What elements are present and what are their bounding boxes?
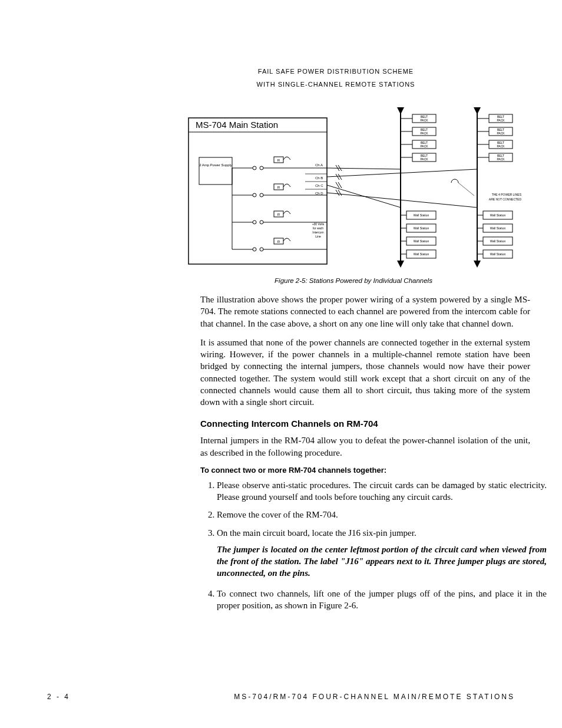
svg-text:PACK: PACK [420, 157, 428, 161]
paragraph: The illustration above shows the proper … [200, 294, 530, 330]
belt-pack-group: BELT PACK BELT PACK BELT PACK BELT PACK [401, 114, 513, 162]
svg-point-17 [253, 220, 256, 224]
svg-text:R: R [277, 240, 280, 243]
svg-point-23 [253, 248, 256, 251]
svg-point-12 [260, 193, 263, 197]
svg-text:PACK: PACK [497, 144, 505, 148]
footer: 2 - 4 MS-704/RM-704 FOUR-CHANNEL MAIN/RE… [47, 693, 515, 701]
procedure-subhead: To connect two or more RM-704 channels t… [200, 466, 530, 475]
header-line: FAIL SAFE POWER DISTRIBUTION SCHEME [183, 65, 489, 78]
figure: MS-704 Main Station 2 Amp Power Supply R… [183, 107, 524, 284]
svg-text:Wall Station: Wall Station [414, 226, 429, 230]
svg-line-109 [458, 183, 474, 196]
step-text: Remove the cover of the RM-704. [217, 510, 338, 519]
step-text: To connect two channels, lift one of the… [217, 589, 547, 610]
svg-text:R: R [277, 213, 280, 216]
svg-rect-0 [189, 118, 327, 264]
svg-text:Wall Station: Wall Station [414, 239, 429, 243]
svg-text:PACK: PACK [497, 157, 505, 161]
figure-caption: Figure 2-5: Stations Powered by Individu… [183, 277, 524, 284]
svg-text:for each: for each [313, 226, 323, 230]
svg-text:PACK: PACK [420, 131, 428, 135]
svg-text:Intercom: Intercom [312, 230, 323, 234]
list-item: Please observe anti-static procedures. T… [217, 479, 547, 503]
list-item: On the main circuit board, locate the J1… [217, 527, 547, 579]
diagram-svg: MS-704 Main Station 2 Amp Power Supply R… [183, 107, 524, 272]
svg-text:+30 Volts: +30 Volts [312, 222, 325, 226]
svg-text:PACK: PACK [497, 118, 505, 122]
svg-point-5 [253, 166, 256, 170]
svg-text:Wall Station: Wall Station [490, 213, 506, 217]
svg-text:PACK: PACK [420, 144, 428, 148]
step-text: On the main circuit board, locate the J1… [217, 528, 416, 538]
paragraph: It is assumed that none of the power cha… [200, 337, 530, 409]
step-note: The jumper is located on the center left… [217, 543, 547, 579]
list-item: Remove the cover of the RM-704. [217, 509, 547, 521]
svg-text:ARE NOT CONNECTED: ARE NOT CONNECTED [489, 197, 522, 201]
svg-text:Ch C: Ch C [315, 184, 323, 187]
svg-line-100 [327, 193, 477, 207]
svg-line-98 [327, 169, 477, 177]
footer-title: MS-704/RM-704 FOUR-CHANNEL MAIN/REMOTE S… [234, 693, 515, 701]
svg-text:Wall Station: Wall Station [490, 239, 506, 243]
svg-point-6 [260, 166, 263, 170]
svg-text:PACK: PACK [420, 118, 428, 122]
svg-text:R: R [277, 159, 280, 162]
page-number: 2 - 4 [47, 693, 70, 701]
svg-text:Wall Station: Wall Station [414, 252, 429, 256]
svg-text:Ch A: Ch A [315, 163, 323, 167]
list-item: To connect two channels, lift one of the… [217, 588, 547, 612]
svg-rect-2 [199, 157, 232, 185]
svg-text:THE 4 POWER LINES: THE 4 POWER LINES [492, 193, 522, 196]
section-intro: Internal jumpers in the RM-704 allow you… [200, 434, 530, 459]
svg-text:R: R [277, 186, 280, 189]
figure-header: FAIL SAFE POWER DISTRIBUTION SCHEME WITH… [183, 65, 489, 91]
page: FAIL SAFE POWER DISTRIBUTION SCHEME WITH… [0, 0, 562, 728]
svg-point-18 [260, 220, 263, 224]
svg-text:Wall Station: Wall Station [490, 252, 506, 256]
svg-point-24 [260, 248, 263, 251]
body-text: The illustration above shows the proper … [200, 294, 530, 408]
procedure-list: Please observe anti-static procedures. T… [200, 479, 547, 611]
step-text: Please observe anti-static procedures. T… [217, 480, 547, 502]
paragraph: Internal jumpers in the RM-704 allow you… [200, 434, 530, 459]
wall-station-group: Wall Station Wall Station Wall Station W… [401, 211, 513, 258]
main-station-title: MS-704 Main Station [196, 120, 278, 130]
header-line: WITH SINGLE-CHANNEL REMOTE STATIONS [183, 78, 489, 91]
svg-text:Line: Line [315, 235, 321, 238]
section-heading: Connecting Intercom Channels on RM-704 [200, 419, 530, 429]
svg-text:Ch D: Ch D [315, 192, 323, 195]
svg-text:Wall Station: Wall Station [414, 213, 429, 217]
svg-point-11 [253, 193, 256, 197]
svg-text:Wall Station: Wall Station [490, 226, 506, 230]
svg-text:PACK: PACK [497, 131, 505, 135]
ps-label: 2 Amp Power Supply [199, 163, 232, 167]
svg-text:Ch B: Ch B [315, 176, 323, 180]
